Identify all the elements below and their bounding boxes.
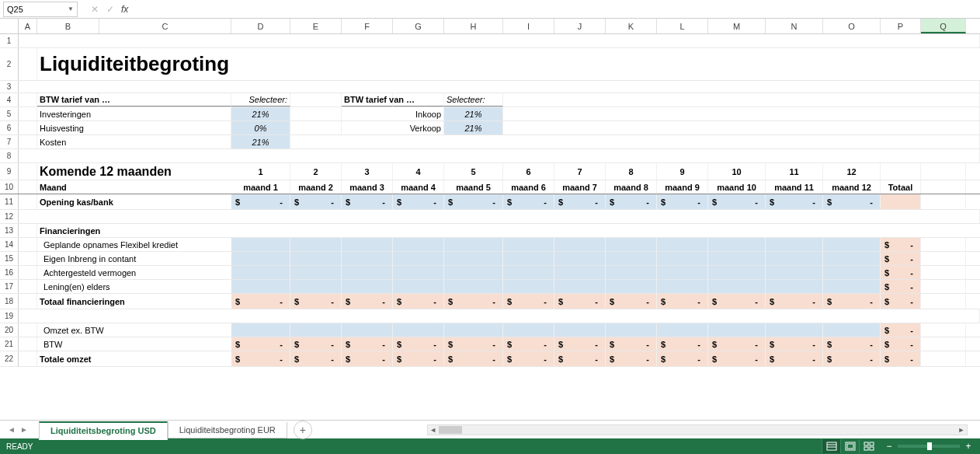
cell[interactable]: [19, 280, 37, 293]
col-header-J[interactable]: J: [554, 19, 606, 33]
cell[interactable]: [393, 266, 444, 279]
cell[interactable]: [554, 238, 606, 251]
cell[interactable]: [290, 93, 342, 107]
cell[interactable]: [921, 180, 966, 194]
cell[interactable]: [921, 238, 966, 251]
money-cell[interactable]: $-: [393, 194, 444, 209]
cell[interactable]: [444, 238, 503, 251]
money-cell[interactable]: $-: [444, 294, 503, 309]
col-header-Q[interactable]: Q: [921, 19, 966, 33]
cell[interactable]: [823, 238, 881, 251]
money-cell[interactable]: $-: [881, 252, 921, 265]
spreadsheet-grid[interactable]: A B C D E F G H I J K L M N O P Q 1 2 Li…: [0, 19, 980, 414]
cell[interactable]: [606, 266, 657, 279]
cell[interactable]: [444, 280, 503, 293]
row-header[interactable]: 3: [0, 81, 19, 93]
money-cell[interactable]: $-: [606, 337, 657, 351]
cell[interactable]: [19, 135, 37, 148]
money-cell[interactable]: $-: [766, 351, 823, 366]
cell[interactable]: [99, 135, 231, 148]
row-header[interactable]: 5: [0, 107, 19, 120]
cell[interactable]: [19, 180, 37, 194]
view-normal-icon[interactable]: [822, 439, 840, 453]
cell[interactable]: [921, 337, 966, 351]
zoom-slider[interactable]: [898, 445, 960, 448]
cell[interactable]: [19, 93, 37, 107]
row-header[interactable]: 17: [0, 280, 19, 293]
cell[interactable]: [393, 252, 444, 265]
row-header[interactable]: 9: [0, 163, 19, 180]
col-header-O[interactable]: O: [823, 19, 881, 33]
cell[interactable]: [19, 48, 37, 80]
cell[interactable]: [921, 163, 966, 180]
cell[interactable]: [708, 252, 766, 265]
row-header[interactable]: 22: [0, 351, 19, 366]
cell[interactable]: [503, 121, 980, 134]
money-cell[interactable]: $-: [554, 337, 606, 351]
money-cell[interactable]: $-: [231, 194, 290, 209]
cell[interactable]: [881, 194, 921, 209]
name-box-dropdown-icon[interactable]: ▼: [68, 5, 74, 12]
row-header[interactable]: 16: [0, 266, 19, 279]
cell[interactable]: [606, 252, 657, 265]
btw-value-dropdown[interactable]: 21%: [231, 107, 290, 120]
cell[interactable]: [290, 323, 342, 337]
cell[interactable]: [19, 194, 37, 209]
cell[interactable]: [99, 107, 231, 120]
row-header[interactable]: 19: [0, 309, 19, 323]
cell[interactable]: [393, 323, 444, 337]
money-cell[interactable]: $-: [881, 266, 921, 279]
money-cell[interactable]: $-: [231, 337, 290, 351]
money-cell[interactable]: $-: [342, 351, 393, 366]
col-header-D[interactable]: D: [231, 19, 290, 33]
cell[interactable]: [503, 280, 554, 293]
money-cell[interactable]: $-: [444, 351, 503, 366]
cell[interactable]: [393, 280, 444, 293]
cell[interactable]: [606, 323, 657, 337]
money-cell[interactable]: $-: [342, 194, 393, 209]
cell[interactable]: [921, 351, 966, 366]
money-cell[interactable]: $-: [554, 194, 606, 209]
col-header-H[interactable]: H: [444, 19, 503, 33]
col-header-G[interactable]: G: [393, 19, 444, 33]
money-cell[interactable]: $-: [503, 194, 554, 209]
cell[interactable]: [921, 194, 966, 209]
cell[interactable]: [657, 252, 708, 265]
cell[interactable]: [19, 34, 980, 47]
row-header[interactable]: 2: [0, 48, 19, 80]
cell[interactable]: [766, 323, 823, 337]
cell[interactable]: [393, 93, 444, 107]
cell[interactable]: [290, 252, 342, 265]
cell[interactable]: [342, 252, 393, 265]
cell[interactable]: [921, 266, 966, 279]
row-header[interactable]: 7: [0, 135, 19, 148]
row-header[interactable]: 21: [0, 337, 19, 351]
money-cell[interactable]: $-: [823, 351, 881, 366]
cell[interactable]: [342, 280, 393, 293]
tab-prev-icon[interactable]: ◄: [6, 424, 17, 435]
money-cell[interactable]: $-: [503, 351, 554, 366]
money-cell[interactable]: $-: [657, 294, 708, 309]
cell[interactable]: [19, 149, 980, 162]
row-header[interactable]: 12: [0, 210, 19, 223]
money-cell[interactable]: $-: [342, 294, 393, 309]
cell[interactable]: [19, 309, 980, 323]
cell[interactable]: [444, 323, 503, 337]
cell[interactable]: [766, 252, 823, 265]
money-cell[interactable]: $-: [231, 294, 290, 309]
money-cell[interactable]: $-: [444, 337, 503, 351]
cell[interactable]: [19, 266, 37, 279]
formula-input[interactable]: [131, 2, 977, 17]
row-header[interactable]: 13: [0, 224, 19, 237]
cell[interactable]: [554, 323, 606, 337]
money-cell[interactable]: $-: [657, 351, 708, 366]
add-sheet-button[interactable]: +: [294, 421, 312, 439]
row-header[interactable]: 20: [0, 323, 19, 337]
cell[interactable]: [503, 266, 554, 279]
cell[interactable]: [342, 266, 393, 279]
cell[interactable]: [708, 280, 766, 293]
cell[interactable]: [823, 323, 881, 337]
col-header-F[interactable]: F: [342, 19, 393, 33]
cell[interactable]: [503, 252, 554, 265]
row-header[interactable]: 11: [0, 194, 19, 209]
